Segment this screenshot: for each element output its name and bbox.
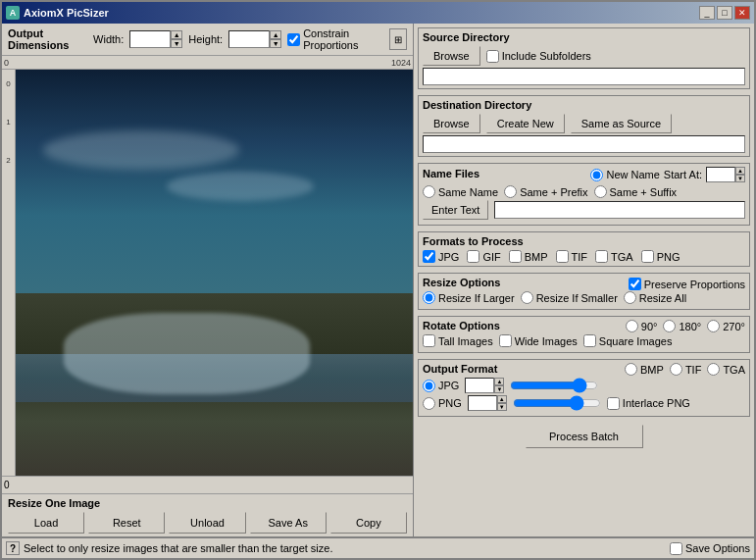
resize-if-larger-radio[interactable] bbox=[423, 291, 435, 304]
unload-button[interactable]: Unload bbox=[169, 512, 245, 534]
out-bmp-label[interactable]: BMP bbox=[625, 363, 664, 376]
resize-all-label[interactable]: Resize All bbox=[624, 291, 686, 304]
270-deg-radio[interactable] bbox=[707, 320, 720, 332]
constrain-label[interactable]: Constrain Proportions bbox=[287, 27, 383, 51]
start-at-input[interactable]: 1 bbox=[706, 167, 735, 182]
tif-checkbox[interactable] bbox=[556, 250, 569, 263]
format-bmp[interactable]: BMP bbox=[509, 250, 548, 263]
format-jpg[interactable]: JPG bbox=[423, 250, 459, 263]
gif-checkbox[interactable] bbox=[467, 250, 479, 263]
format-png[interactable]: PNG bbox=[641, 250, 680, 263]
new-name-radio[interactable] bbox=[590, 169, 603, 181]
tga-checkbox[interactable] bbox=[595, 250, 608, 263]
create-new-button[interactable]: Create New bbox=[486, 114, 565, 133]
source-path-input[interactable] bbox=[423, 68, 745, 85]
interlace-checkbox[interactable] bbox=[607, 397, 620, 410]
aspect-ratio-button[interactable]: ⊞ bbox=[389, 28, 407, 50]
format-tga[interactable]: TGA bbox=[595, 250, 633, 263]
width-input[interactable]: 1024 bbox=[129, 30, 171, 48]
out-tga-radio[interactable] bbox=[707, 363, 720, 376]
jpg-checkbox[interactable] bbox=[423, 250, 435, 263]
out-tif-radio[interactable] bbox=[670, 363, 682, 376]
bmp-checkbox[interactable] bbox=[509, 250, 522, 263]
jpg-quality-slider[interactable] bbox=[510, 379, 598, 392]
270-deg-label[interactable]: 270° bbox=[707, 320, 745, 332]
png-level-down[interactable]: ▼ bbox=[497, 403, 507, 411]
save-options-label[interactable]: Save Options bbox=[670, 542, 750, 555]
square-images-label[interactable]: Square Images bbox=[583, 334, 673, 347]
include-subfolders-checkbox[interactable] bbox=[486, 50, 499, 63]
resize-if-smaller-radio[interactable] bbox=[521, 291, 533, 304]
width-down-button[interactable]: ▼ bbox=[171, 39, 182, 48]
png-level-slider[interactable] bbox=[513, 396, 601, 410]
out-tif-label[interactable]: TIF bbox=[670, 363, 702, 376]
height-up-button[interactable]: ▲ bbox=[270, 30, 281, 39]
preserve-proportions-label[interactable]: Preserve Proportions bbox=[629, 278, 745, 290]
titlebar-buttons: _ □ ✕ bbox=[699, 6, 750, 20]
dest-path-input[interactable] bbox=[423, 135, 745, 153]
same-suffix-radio[interactable] bbox=[594, 185, 607, 198]
interlace-label[interactable]: Interlace PNG bbox=[607, 397, 690, 410]
constrain-checkbox[interactable] bbox=[287, 33, 300, 46]
180-deg-label[interactable]: 180° bbox=[663, 320, 701, 332]
start-at-down[interactable]: ▼ bbox=[735, 175, 745, 182]
90-deg-label[interactable]: 90° bbox=[626, 320, 658, 332]
square-images-checkbox[interactable] bbox=[583, 334, 596, 347]
new-name-radio-label[interactable]: New Name bbox=[590, 169, 659, 181]
same-suffix-label[interactable]: Same + Suffix bbox=[594, 185, 678, 198]
out-png-label[interactable]: PNG bbox=[423, 397, 462, 410]
preserve-proportions-checkbox[interactable] bbox=[629, 278, 641, 290]
jpg-quality-up[interactable]: ▲ bbox=[494, 378, 504, 385]
copy-button[interactable]: Copy bbox=[330, 512, 407, 534]
jpg-quality-down[interactable]: ▼ bbox=[494, 385, 504, 393]
help-button[interactable]: ? bbox=[6, 541, 20, 555]
180-deg-radio[interactable] bbox=[663, 320, 676, 332]
minimize-button[interactable]: _ bbox=[699, 6, 715, 20]
format-tif[interactable]: TIF bbox=[556, 250, 588, 263]
load-button[interactable]: Load bbox=[8, 512, 84, 534]
save-as-button[interactable]: Save As bbox=[250, 512, 327, 534]
same-prefix-label[interactable]: Same + Prefix bbox=[504, 185, 587, 198]
tall-images-checkbox[interactable] bbox=[423, 334, 435, 347]
90-deg-radio[interactable] bbox=[626, 320, 638, 332]
png-checkbox[interactable] bbox=[641, 250, 654, 263]
out-png-radio[interactable] bbox=[423, 397, 435, 410]
jpg-quality-input[interactable]: 85 bbox=[465, 378, 494, 393]
enter-text-button[interactable]: Enter Text bbox=[423, 200, 488, 220]
resize-if-larger-label[interactable]: Resize If Larger bbox=[423, 291, 515, 304]
height-label: Height: bbox=[188, 33, 223, 45]
source-browse-button[interactable]: Browse bbox=[423, 46, 480, 66]
resize-if-smaller-label[interactable]: Resize If Smaller bbox=[521, 291, 618, 304]
png-level-input[interactable]: 7 bbox=[468, 395, 497, 411]
resize-all-radio[interactable] bbox=[624, 291, 636, 304]
process-batch-button[interactable]: Process Batch bbox=[526, 425, 643, 448]
maximize-button[interactable]: □ bbox=[717, 6, 732, 20]
height-down-button[interactable]: ▼ bbox=[270, 39, 281, 48]
height-input[interactable]: 819 bbox=[228, 30, 270, 48]
out-bmp-radio[interactable] bbox=[625, 363, 637, 376]
close-button[interactable]: ✕ bbox=[734, 6, 750, 20]
include-subfolders-label[interactable]: Include Subfolders bbox=[486, 50, 591, 63]
same-name-text: Same Name bbox=[438, 186, 498, 198]
tall-images-label[interactable]: Tall Images bbox=[423, 334, 493, 347]
out-jpg-label[interactable]: JPG bbox=[423, 380, 459, 392]
width-up-button[interactable]: ▲ bbox=[171, 30, 182, 39]
start-at-row: New Name Start At: 1 ▲ ▼ bbox=[590, 167, 745, 182]
same-name-label[interactable]: Same Name bbox=[423, 185, 498, 198]
out-jpg-radio[interactable] bbox=[423, 380, 435, 392]
wide-images-checkbox[interactable] bbox=[499, 334, 512, 347]
dest-browse-button[interactable]: Browse bbox=[423, 114, 480, 133]
format-gif[interactable]: GIF bbox=[467, 250, 500, 263]
same-prefix-radio[interactable] bbox=[504, 185, 517, 198]
start-at-up[interactable]: ▲ bbox=[735, 167, 745, 175]
same-name-radio[interactable] bbox=[423, 185, 435, 198]
start-at-spinbox: 1 ▲ ▼ bbox=[706, 167, 745, 182]
out-tga-label[interactable]: TGA bbox=[707, 363, 745, 376]
save-options-checkbox[interactable] bbox=[670, 542, 682, 555]
wide-images-label[interactable]: Wide Images bbox=[499, 334, 578, 347]
reset-button[interactable]: Reset bbox=[88, 512, 165, 534]
png-level-up[interactable]: ▲ bbox=[497, 395, 507, 403]
name-text-input[interactable] bbox=[494, 201, 745, 219]
height-spinbox: 819 ▲ ▼ bbox=[228, 30, 281, 48]
same-as-source-button[interactable]: Same as Source bbox=[571, 114, 672, 133]
